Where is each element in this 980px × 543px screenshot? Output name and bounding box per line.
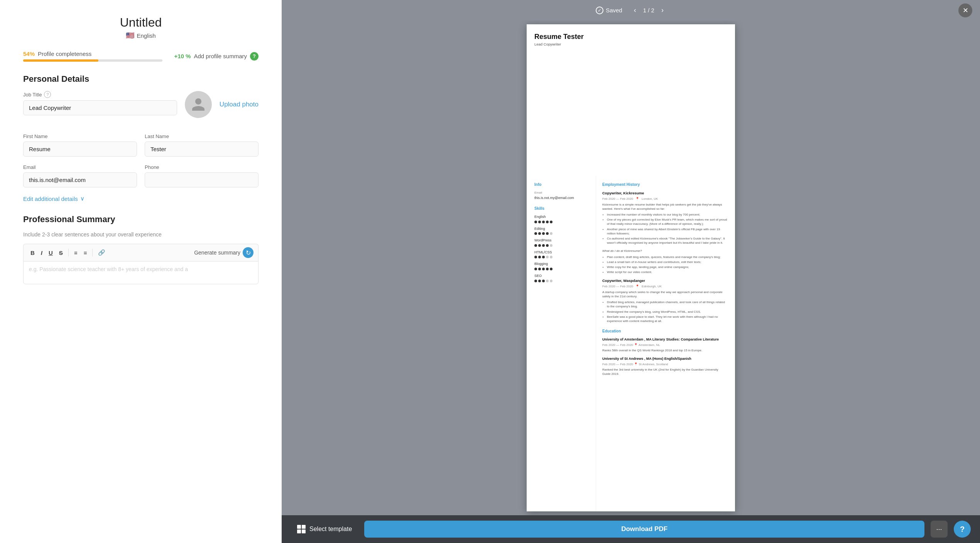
resume-preview-container: Resume Tester Lead Copywriter Info Email… <box>282 20 980 515</box>
education-entry: University of St Andrews , MA (Hons) Eng… <box>602 356 727 376</box>
first-name-field: First Name <box>23 133 137 157</box>
italic-button[interactable]: I <box>39 248 45 258</box>
saved-check-icon: ✓ <box>596 7 603 14</box>
photo-area: Upload photo <box>185 91 259 118</box>
last-name-field: Last Name <box>145 133 259 157</box>
skill-name: HTML/CSS <box>534 250 590 255</box>
edit-additional-details[interactable]: Edit additional details ∨ <box>23 195 259 202</box>
right-panel: ✓ Saved ‹ 1 / 2 › ✕ Resume Tester Lead C… <box>282 0 980 543</box>
summary-editor[interactable]: e.g. Passionate science teacher with 8+ … <box>23 261 259 284</box>
job-entry: Copywriter, KickresumeFeb 2020 — Feb 202… <box>602 191 727 274</box>
job-title-field: Job Title ? <box>23 91 177 115</box>
saved-text: Saved <box>606 7 622 13</box>
doc-language: 🇺🇸 English <box>23 31 259 40</box>
help-button[interactable]: ? <box>954 521 971 538</box>
toolbar-separator <box>68 249 69 256</box>
email-label: Email <box>23 164 137 170</box>
progress-bar-bg <box>23 59 162 62</box>
employment-section-title: Employment History <box>602 182 727 187</box>
progress-label-row: 54% Profile completeness <box>23 51 162 57</box>
unordered-list-button[interactable]: ≡ <box>81 248 90 258</box>
ordered-list-button[interactable]: ≡ <box>72 248 80 258</box>
skill-name: English <box>534 214 590 219</box>
jobs-container: Copywriter, KickresumeFeb 2020 — Feb 202… <box>602 191 727 323</box>
job-photo-row: Job Title ? Upload photo <box>23 91 259 126</box>
progress-text: Profile completeness <box>38 51 91 57</box>
name-grid: First Name Last Name <box>23 133 259 157</box>
select-template-label: Select template <box>309 526 352 533</box>
skill-name: Blogging <box>534 261 590 266</box>
job-entry: Copywriter, WaspdangerFeb 2020 — Feb 202… <box>602 278 727 323</box>
select-template-button[interactable]: Select template <box>291 521 358 537</box>
prev-page-button[interactable]: ‹ <box>632 5 639 15</box>
summary-description: Include 2-3 clear sentences about your o… <box>23 231 259 238</box>
generate-icon: ↻ <box>243 247 253 258</box>
info-section-title: Info <box>534 182 590 187</box>
upload-photo-link[interactable]: Upload photo <box>220 101 259 108</box>
personal-details-title: Personal Details <box>23 74 259 84</box>
education-section-title: Education <box>602 329 727 334</box>
skills-section-title: Skills <box>534 206 590 211</box>
page-indicator: 1 / 2 <box>643 7 654 13</box>
resume-job-title: Lead Copywriter <box>534 42 727 47</box>
page-nav: ‹ 1 / 2 › <box>632 5 666 15</box>
skill-dots <box>534 268 590 270</box>
job-title-label: Job Title ? <box>23 91 177 98</box>
help-icon[interactable]: ? <box>250 52 259 61</box>
skill-name: WordPress <box>534 238 590 243</box>
resume-left-column: Info Email this.is.not.my@email.com Skil… <box>527 176 596 511</box>
download-pdf-button[interactable]: Download PDF <box>364 521 924 538</box>
saved-indicator: ✓ Saved <box>596 7 622 14</box>
last-name-input[interactable] <box>145 142 259 157</box>
close-preview-button[interactable]: ✕ <box>958 3 972 17</box>
skill-dots <box>534 256 590 258</box>
phone-input[interactable] <box>145 172 259 187</box>
doc-title: Untitled <box>23 15 259 30</box>
strikethrough-button[interactable]: S <box>57 248 65 258</box>
email-field-label: Email <box>534 191 590 195</box>
professional-summary-title: Professional Summary <box>23 214 259 224</box>
bottom-bar: Select template Download PDF ··· ? <box>282 515 980 543</box>
email-field-value: this.is.not.my@email.com <box>534 196 590 201</box>
job-title-input[interactable] <box>23 100 177 115</box>
preview-toolbar: ✓ Saved ‹ 1 / 2 › ✕ <box>282 0 980 20</box>
first-name-input[interactable] <box>23 142 137 157</box>
underline-button[interactable]: U <box>46 248 55 258</box>
progress-tip: +10 % Add profile summary ? <box>174 52 259 61</box>
phone-label: Phone <box>145 164 259 170</box>
editor-placeholder: e.g. Passionate science teacher with 8+ … <box>29 266 188 272</box>
education-container: University of Amsterdam , MA Literary St… <box>602 337 727 376</box>
resume-name: Resume Tester <box>534 32 727 42</box>
photo-placeholder <box>185 91 212 118</box>
progress-row: 54% Profile completeness +10 % Add profi… <box>23 51 259 62</box>
last-name-label: Last Name <box>145 133 259 139</box>
progress-bar-fill <box>23 59 98 62</box>
email-input[interactable] <box>23 172 137 187</box>
resume-page: Resume Tester Lead Copywriter Info Email… <box>527 24 735 511</box>
education-entry: University of Amsterdam , MA Literary St… <box>602 337 727 352</box>
template-icon <box>297 525 306 533</box>
email-field: Email <box>23 164 137 187</box>
skill-dots <box>534 280 590 282</box>
toolbar-right: Generate summary ↻ <box>194 247 253 258</box>
skill-name: SEO <box>534 273 590 278</box>
chevron-down-icon: ∨ <box>80 195 84 202</box>
skills-container: EnglishEditingWordPressHTML/CSSBloggingS… <box>534 214 590 282</box>
tip-text: Add profile summary <box>194 53 247 59</box>
skill-dots <box>534 244 590 247</box>
doc-title-area: Untitled 🇺🇸 English <box>23 15 259 40</box>
phone-field: Phone <box>145 164 259 187</box>
generate-summary-button[interactable]: Generate summary ↻ <box>194 247 253 258</box>
bold-button[interactable]: B <box>28 248 37 258</box>
job-title-help-icon[interactable]: ? <box>44 91 51 98</box>
toolbar-separator-2 <box>92 249 93 256</box>
more-options-button[interactable]: ··· <box>931 521 948 538</box>
skill-dots <box>534 232 590 235</box>
left-panel: Untitled 🇺🇸 English 54% Profile complete… <box>0 0 282 543</box>
progress-percent: 54% <box>23 51 35 57</box>
generate-summary-label: Generate summary <box>194 250 240 256</box>
language-label: English <box>137 32 155 39</box>
next-page-button[interactable]: › <box>659 5 666 15</box>
first-name-label: First Name <box>23 133 137 139</box>
link-button[interactable]: 🔗 <box>96 248 108 258</box>
